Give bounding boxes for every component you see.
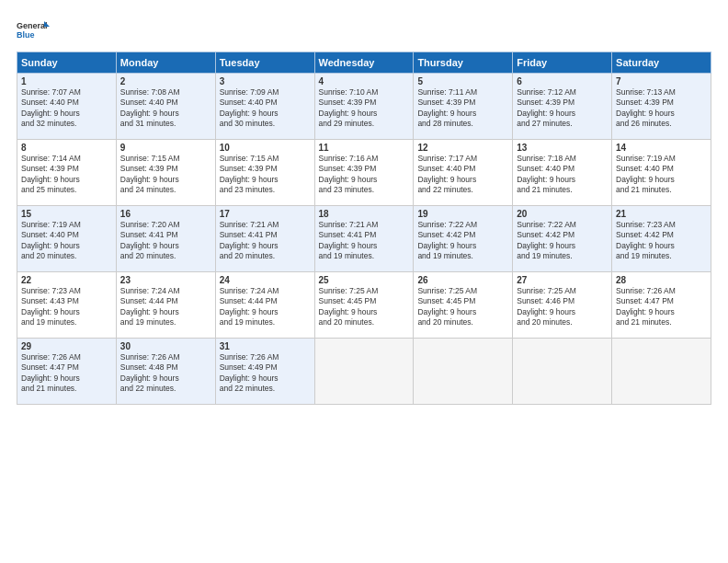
calendar-cell: 30Sunrise: 7:26 AM Sunset: 4:48 PM Dayli… (116, 339, 215, 405)
calendar-cell: 29Sunrise: 7:26 AM Sunset: 4:47 PM Dayli… (17, 339, 117, 405)
col-header-tuesday: Tuesday (215, 52, 314, 74)
calendar-cell: 26Sunrise: 7:25 AM Sunset: 4:45 PM Dayli… (414, 272, 513, 339)
day-content: Sunrise: 7:26 AM Sunset: 4:49 PM Dayligh… (220, 352, 311, 395)
page-header: General Blue (17, 17, 711, 44)
col-header-friday: Friday (513, 52, 612, 74)
day-content: Sunrise: 7:14 AM Sunset: 4:39 PM Dayligh… (21, 154, 112, 196)
day-content: Sunrise: 7:25 AM Sunset: 4:46 PM Dayligh… (517, 286, 608, 328)
day-number: 24 (220, 275, 311, 285)
calendar-body: 1Sunrise: 7:07 AM Sunset: 4:40 PM Daylig… (17, 74, 711, 405)
day-number: 4 (319, 76, 410, 86)
calendar-cell: 28Sunrise: 7:26 AM Sunset: 4:47 PM Dayli… (612, 272, 711, 339)
day-content: Sunrise: 7:18 AM Sunset: 4:40 PM Dayligh… (517, 154, 608, 196)
svg-text:General: General (17, 21, 48, 30)
calendar-cell: 14Sunrise: 7:19 AM Sunset: 4:40 PM Dayli… (612, 140, 711, 206)
day-content: Sunrise: 7:22 AM Sunset: 4:42 PM Dayligh… (417, 220, 508, 262)
day-number: 25 (319, 275, 410, 285)
calendar-cell: 11Sunrise: 7:16 AM Sunset: 4:39 PM Dayli… (314, 140, 414, 206)
day-number: 27 (517, 275, 608, 285)
calendar-cell: 27Sunrise: 7:25 AM Sunset: 4:46 PM Dayli… (513, 272, 612, 339)
calendar-cell: 9Sunrise: 7:15 AM Sunset: 4:39 PM Daylig… (116, 140, 215, 206)
day-content: Sunrise: 7:26 AM Sunset: 4:47 PM Dayligh… (21, 352, 112, 395)
calendar-header-row: SundayMondayTuesdayWednesdayThursdayFrid… (17, 52, 711, 74)
calendar-cell (414, 339, 513, 405)
day-number: 11 (319, 143, 410, 153)
day-number: 29 (21, 341, 112, 351)
calendar-week-5: 29Sunrise: 7:26 AM Sunset: 4:47 PM Dayli… (17, 339, 711, 405)
calendar-table: SundayMondayTuesdayWednesdayThursdayFrid… (17, 52, 711, 405)
calendar-cell: 25Sunrise: 7:25 AM Sunset: 4:45 PM Dayli… (314, 272, 414, 339)
day-content: Sunrise: 7:09 AM Sunset: 4:40 PM Dayligh… (220, 87, 311, 130)
day-number: 2 (120, 76, 211, 86)
day-number: 10 (220, 143, 311, 153)
day-number: 18 (319, 209, 410, 219)
day-number: 31 (220, 341, 311, 351)
day-number: 7 (616, 76, 707, 86)
calendar-cell: 2Sunrise: 7:08 AM Sunset: 4:40 PM Daylig… (116, 74, 215, 140)
day-content: Sunrise: 7:25 AM Sunset: 4:45 PM Dayligh… (319, 286, 410, 328)
day-content: Sunrise: 7:11 AM Sunset: 4:39 PM Dayligh… (417, 87, 508, 130)
day-content: Sunrise: 7:15 AM Sunset: 4:39 PM Dayligh… (120, 154, 211, 196)
calendar-cell (612, 339, 711, 405)
day-number: 22 (21, 275, 112, 285)
day-content: Sunrise: 7:17 AM Sunset: 4:40 PM Dayligh… (417, 154, 508, 196)
day-content: Sunrise: 7:16 AM Sunset: 4:39 PM Dayligh… (319, 154, 410, 196)
day-content: Sunrise: 7:08 AM Sunset: 4:40 PM Dayligh… (120, 87, 211, 130)
calendar-cell: 19Sunrise: 7:22 AM Sunset: 4:42 PM Dayli… (414, 206, 513, 272)
day-number: 16 (120, 209, 211, 219)
calendar-cell: 7Sunrise: 7:13 AM Sunset: 4:39 PM Daylig… (612, 74, 711, 140)
day-number: 14 (616, 143, 707, 153)
calendar-cell: 15Sunrise: 7:19 AM Sunset: 4:40 PM Dayli… (17, 206, 117, 272)
day-content: Sunrise: 7:23 AM Sunset: 4:43 PM Dayligh… (21, 286, 112, 328)
calendar-week-3: 15Sunrise: 7:19 AM Sunset: 4:40 PM Dayli… (17, 206, 711, 272)
day-content: Sunrise: 7:23 AM Sunset: 4:42 PM Dayligh… (616, 220, 707, 262)
col-header-sunday: Sunday (17, 52, 117, 74)
day-content: Sunrise: 7:24 AM Sunset: 4:44 PM Dayligh… (120, 286, 211, 328)
calendar-cell: 22Sunrise: 7:23 AM Sunset: 4:43 PM Dayli… (17, 272, 117, 339)
day-number: 21 (616, 209, 707, 219)
calendar-cell: 21Sunrise: 7:23 AM Sunset: 4:42 PM Dayli… (612, 206, 711, 272)
day-number: 5 (417, 76, 508, 86)
day-content: Sunrise: 7:15 AM Sunset: 4:39 PM Dayligh… (220, 154, 311, 196)
day-number: 12 (417, 143, 508, 153)
day-number: 28 (616, 275, 707, 285)
calendar-week-4: 22Sunrise: 7:23 AM Sunset: 4:43 PM Dayli… (17, 272, 711, 339)
col-header-wednesday: Wednesday (314, 52, 414, 74)
calendar-cell: 24Sunrise: 7:24 AM Sunset: 4:44 PM Dayli… (215, 272, 314, 339)
calendar-week-2: 8Sunrise: 7:14 AM Sunset: 4:39 PM Daylig… (17, 140, 711, 206)
day-content: Sunrise: 7:22 AM Sunset: 4:42 PM Dayligh… (517, 220, 608, 262)
calendar-cell: 18Sunrise: 7:21 AM Sunset: 4:41 PM Dayli… (314, 206, 414, 272)
calendar-week-1: 1Sunrise: 7:07 AM Sunset: 4:40 PM Daylig… (17, 74, 711, 140)
day-number: 15 (21, 209, 112, 219)
col-header-monday: Monday (116, 52, 215, 74)
day-content: Sunrise: 7:19 AM Sunset: 4:40 PM Dayligh… (21, 220, 112, 262)
logo-svg: General Blue (17, 17, 50, 44)
day-number: 3 (220, 76, 311, 86)
day-content: Sunrise: 7:07 AM Sunset: 4:40 PM Dayligh… (21, 87, 112, 130)
calendar-cell: 5Sunrise: 7:11 AM Sunset: 4:39 PM Daylig… (414, 74, 513, 140)
logo: General Blue (17, 17, 50, 44)
calendar-cell: 17Sunrise: 7:21 AM Sunset: 4:41 PM Dayli… (215, 206, 314, 272)
day-number: 13 (517, 143, 608, 153)
day-number: 1 (21, 76, 112, 86)
calendar-cell: 4Sunrise: 7:10 AM Sunset: 4:39 PM Daylig… (314, 74, 414, 140)
day-number: 8 (21, 143, 112, 153)
calendar-cell: 3Sunrise: 7:09 AM Sunset: 4:40 PM Daylig… (215, 74, 314, 140)
calendar-cell: 20Sunrise: 7:22 AM Sunset: 4:42 PM Dayli… (513, 206, 612, 272)
day-content: Sunrise: 7:19 AM Sunset: 4:40 PM Dayligh… (616, 154, 707, 196)
calendar-cell: 6Sunrise: 7:12 AM Sunset: 4:39 PM Daylig… (513, 74, 612, 140)
day-number: 6 (517, 76, 608, 86)
calendar-cell: 10Sunrise: 7:15 AM Sunset: 4:39 PM Dayli… (215, 140, 314, 206)
calendar-cell: 23Sunrise: 7:24 AM Sunset: 4:44 PM Dayli… (116, 272, 215, 339)
day-number: 19 (417, 209, 508, 219)
day-content: Sunrise: 7:25 AM Sunset: 4:45 PM Dayligh… (417, 286, 508, 328)
calendar-cell: 12Sunrise: 7:17 AM Sunset: 4:40 PM Dayli… (414, 140, 513, 206)
day-content: Sunrise: 7:10 AM Sunset: 4:39 PM Dayligh… (319, 87, 410, 130)
calendar-cell: 1Sunrise: 7:07 AM Sunset: 4:40 PM Daylig… (17, 74, 117, 140)
day-number: 20 (517, 209, 608, 219)
day-content: Sunrise: 7:20 AM Sunset: 4:41 PM Dayligh… (120, 220, 211, 262)
day-number: 30 (120, 341, 211, 351)
calendar-cell: 13Sunrise: 7:18 AM Sunset: 4:40 PM Dayli… (513, 140, 612, 206)
col-header-thursday: Thursday (414, 52, 513, 74)
day-content: Sunrise: 7:26 AM Sunset: 4:47 PM Dayligh… (616, 286, 707, 328)
